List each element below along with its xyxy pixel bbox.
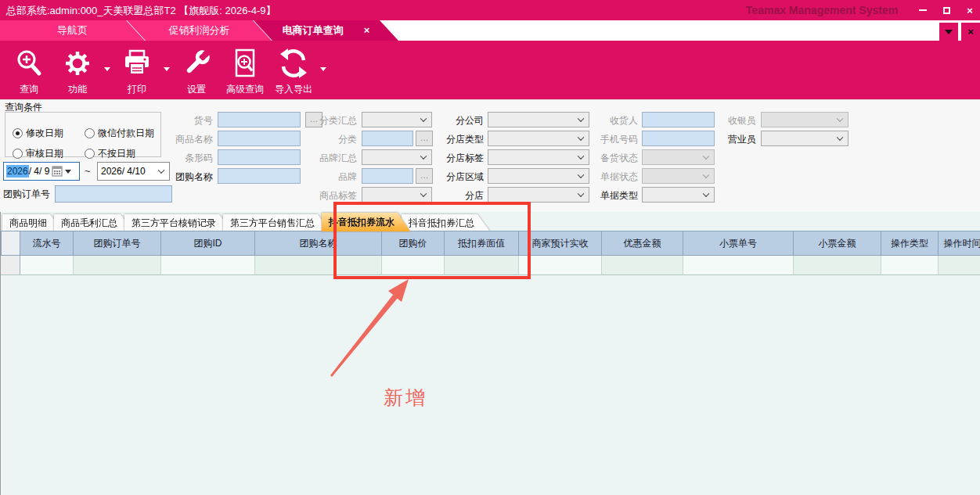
- field-label: 货号: [125, 114, 213, 127]
- chevron-down-icon: [945, 30, 953, 38]
- grid-tab-5[interactable]: 抖音抵扣券流水: [322, 213, 410, 231]
- radio-icon: [13, 149, 23, 159]
- date-from-picker[interactable]: 2026/ 4/ 9: [3, 162, 80, 181]
- tab-close-all-button[interactable]: ×: [961, 23, 980, 41]
- tab-label: 电商订单查询: [283, 24, 344, 36]
- column-header: 优惠金额: [602, 231, 683, 256]
- tab-label: 促销利润分析: [169, 24, 230, 36]
- toolbar-dropdown-arrow[interactable]: [161, 43, 172, 98]
- grid-cell[interactable]: [519, 256, 602, 275]
- tab-overflow-button[interactable]: [939, 23, 958, 41]
- toolbar-button-label: 功能: [68, 83, 87, 96]
- field-label: 手机号码: [562, 133, 638, 146]
- field-select[interactable]: [642, 149, 715, 165]
- toolbar-button-label: 导入导出: [275, 83, 312, 96]
- field-label: 分店: [402, 189, 484, 203]
- field-label: 品牌: [282, 170, 357, 184]
- field-label: 分店区域: [402, 170, 484, 184]
- toolbar-button-sync[interactable]: 导入导出: [269, 43, 318, 98]
- field-select[interactable]: [761, 112, 848, 127]
- grid-header-row: 流水号团购订单号团购ID团购名称团购价抵扣券面值商家预计实收优惠金额小票单号小票…: [1, 231, 980, 256]
- toolbar-button-search-plus[interactable]: 查询: [5, 43, 53, 98]
- grid-tab-wrap: 抖音抵扣券流水: [322, 213, 410, 231]
- toolbar-button-printer[interactable]: 打印: [113, 43, 161, 98]
- grid-cell[interactable]: [881, 256, 939, 275]
- toolbar-dropdown-arrow[interactable]: [102, 43, 113, 98]
- chevron-down-icon: [320, 67, 326, 74]
- column-header: 团购订单号: [74, 231, 161, 256]
- toolbar-button-label: 高级查询: [226, 83, 264, 96]
- radio-icon: [85, 128, 95, 138]
- field-label: 分店标签: [402, 152, 484, 165]
- field-label: 商品标签: [282, 189, 357, 203]
- toolbar-button-label: 打印: [128, 83, 146, 96]
- document-tab-1[interactable]: 导航页: [0, 20, 145, 41]
- document-tab-2[interactable]: 促销利润分析: [127, 20, 272, 41]
- field-label: 团购名称: [125, 170, 213, 184]
- toolbar-button-label: 查询: [20, 83, 38, 96]
- application-window: 总部系统:admin:000_天美联盟总部T2 【旗舰版: 2026-4-9】 …: [0, 0, 980, 495]
- radio-3[interactable]: 审核日期: [13, 147, 63, 160]
- grid-tab-6[interactable]: 抖音抵扣券汇总: [402, 214, 490, 231]
- grid-empty-row: [1, 256, 980, 275]
- grid-cell[interactable]: [794, 256, 881, 275]
- row-selector-cell[interactable]: [1, 256, 20, 275]
- chevron-down-icon: [703, 191, 709, 197]
- document-tab-3[interactable]: 电商订单查询×: [254, 20, 398, 41]
- field-select[interactable]: [642, 168, 715, 184]
- toolbar-button-doc-search[interactable]: 高级查询: [221, 43, 269, 98]
- toolbar-button-gear[interactable]: 功能: [53, 43, 102, 98]
- grid-tab-strip: 商品明细商品毛利汇总第三方平台核销记录第三方平台销售汇总抖音抵扣券流水抖音抵扣券…: [2, 213, 481, 231]
- grid-tab-wrap: 抖音抵扣券汇总: [402, 214, 490, 231]
- document-tab-bar: 导航页促销利润分析电商订单查询× ×: [0, 20, 980, 43]
- grid-tab-2[interactable]: 商品毛利汇总: [54, 214, 133, 231]
- date-from-rest: / 4/ 9: [29, 166, 50, 177]
- group-order-input[interactable]: [55, 185, 172, 203]
- column-header: 操作时间: [939, 231, 980, 256]
- grid-cell[interactable]: [445, 256, 519, 275]
- column-header: 团购价: [382, 231, 445, 256]
- field-label: 收货人: [562, 114, 638, 127]
- field-label: 分类汇总: [282, 114, 357, 127]
- group-order-label: 团购订单号: [3, 188, 50, 201]
- field-label: 单据状态: [562, 170, 638, 184]
- grid-tab-3[interactable]: 第三方平台核销记录: [124, 214, 232, 231]
- grid-tab-wrap: 商品毛利汇总: [54, 214, 133, 231]
- field-select[interactable]: [642, 187, 715, 203]
- minimize-icon: [919, 9, 927, 11]
- minimize-button[interactable]: [917, 5, 928, 16]
- radio-label: 审核日期: [26, 147, 63, 160]
- grid-tab-4[interactable]: 第三方平台销售汇总: [223, 214, 330, 231]
- grid-cell[interactable]: [161, 256, 255, 275]
- column-header: 抵扣券面值: [445, 231, 519, 256]
- gear-icon: [62, 48, 93, 81]
- grid-cell[interactable]: [255, 256, 382, 275]
- chevron-down-icon: [837, 135, 843, 141]
- tab-label: 导航页: [57, 24, 88, 36]
- radio-icon: [85, 149, 95, 159]
- toolbar-button-wrench[interactable]: 设置: [172, 43, 221, 98]
- results-grid-panel: 商品明细商品毛利汇总第三方平台核销记录第三方平台销售汇总抖音抵扣券流水抖音抵扣券…: [0, 212, 980, 495]
- maximize-button[interactable]: [941, 5, 952, 16]
- toolbar-dropdown-arrow[interactable]: [318, 43, 329, 98]
- chevron-down-icon: [164, 67, 170, 74]
- column-header: 小票金额: [794, 231, 881, 256]
- close-button[interactable]: ×: [964, 5, 975, 16]
- grid-tab-wrap: 第三方平台销售汇总: [223, 214, 330, 231]
- close-icon[interactable]: ×: [364, 20, 370, 41]
- grid-cell[interactable]: [382, 256, 445, 275]
- toolbar: 查询 功能 打印 设置 高级查询 导入导出: [0, 43, 980, 99]
- chevron-down-icon: [837, 116, 843, 122]
- chevron-down-icon: [104, 67, 110, 74]
- field-label: 分公司: [402, 114, 484, 127]
- grid-cell[interactable]: [939, 256, 980, 275]
- radio-1[interactable]: 修改日期: [13, 127, 63, 140]
- wrench-icon: [181, 48, 212, 81]
- field-select[interactable]: [761, 131, 848, 146]
- grid-tab-wrap: 第三方平台核销记录: [124, 214, 232, 231]
- grid-cell[interactable]: [20, 256, 74, 275]
- grid-cell[interactable]: [74, 256, 161, 275]
- grid-cell[interactable]: [602, 256, 683, 275]
- grid-cell[interactable]: [683, 256, 794, 275]
- field-label: 商品名称: [125, 133, 213, 146]
